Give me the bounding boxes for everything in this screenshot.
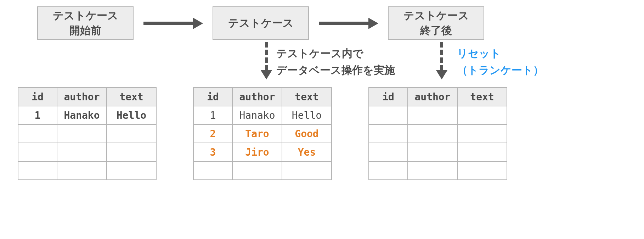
stage-after: テストケース 終了後: [388, 6, 484, 40]
cell-text: [107, 143, 156, 161]
cell-text: Hello: [282, 106, 332, 124]
col-text: text: [107, 88, 156, 106]
table-row: [18, 143, 156, 161]
cell-author: [57, 161, 107, 180]
cell-text: Yes: [282, 143, 332, 161]
annotation-middle-line1: テストケース内で: [276, 45, 395, 62]
table-row: [369, 161, 507, 180]
col-author: author: [232, 88, 282, 106]
cell-author: [408, 106, 457, 124]
annotation-middle-line2: データベース操作を実施: [276, 62, 395, 79]
cell-text: [457, 106, 507, 124]
table-during: id author text 1HanakoHello2TaroGood3Jir…: [193, 87, 332, 180]
table-row: 1HanakoHello: [18, 106, 156, 124]
table-row: [369, 143, 507, 161]
cell-id: 1: [18, 106, 57, 124]
table-after: id author text: [368, 87, 507, 180]
cell-id: [369, 106, 408, 124]
annotation-right-line1: リセット: [457, 45, 544, 62]
col-id: id: [369, 88, 408, 106]
stage-after-line2: 終了後: [420, 23, 452, 38]
cell-text: [107, 124, 156, 143]
col-text: text: [457, 88, 507, 106]
cell-text: Good: [282, 124, 332, 143]
table-row: 2TaroGood: [193, 124, 332, 143]
table-row: 1HanakoHello: [193, 106, 332, 124]
cell-id: [369, 143, 408, 161]
cell-id: 2: [193, 124, 232, 143]
table-row: [193, 161, 332, 180]
cell-author: Hanako: [57, 106, 107, 124]
table-header-row: id author text: [18, 88, 156, 106]
stage-after-line1: テストケース: [403, 8, 469, 23]
cell-text: [107, 161, 156, 180]
annotation-right-line2: （トランケート）: [457, 62, 544, 79]
table-row: [18, 124, 156, 143]
col-author: author: [57, 88, 107, 106]
cell-author: [57, 124, 107, 143]
cell-text: Hello: [107, 106, 156, 124]
cell-text: [282, 161, 332, 180]
cell-author: Taro: [232, 124, 282, 143]
cell-author: [232, 161, 282, 180]
cell-author: [57, 143, 107, 161]
table-row: [369, 124, 507, 143]
table-row: [369, 106, 507, 124]
table-before: id author text 1HanakoHello: [18, 87, 157, 180]
stage-before-line2: 開始前: [69, 23, 101, 38]
table-header-row: id author text: [369, 88, 507, 106]
cell-id: [369, 161, 408, 180]
arrow-before-to-during: [143, 18, 203, 29]
cell-author: [408, 143, 457, 161]
col-id: id: [193, 88, 232, 106]
arrow-after-down: [436, 42, 447, 79]
cell-text: [457, 124, 507, 143]
table-header-row: id author text: [193, 88, 332, 106]
table-row: [18, 161, 156, 180]
cell-text: [457, 143, 507, 161]
cell-id: [18, 124, 57, 143]
col-author: author: [408, 88, 457, 106]
cell-id: [18, 161, 57, 180]
stage-before-line1: テストケース: [53, 8, 118, 23]
cell-author: [408, 161, 457, 180]
stage-before: テストケース 開始前: [37, 6, 134, 40]
cell-id: [193, 161, 232, 180]
cell-id: [18, 143, 57, 161]
cell-id: 3: [193, 143, 232, 161]
cell-author: Jiro: [232, 143, 282, 161]
annotation-right: リセット （トランケート）: [457, 45, 544, 78]
annotation-middle: テストケース内で データベース操作を実施: [276, 45, 395, 78]
table-row: 3JiroYes: [193, 143, 332, 161]
col-id: id: [18, 88, 57, 106]
cell-id: [369, 124, 408, 143]
arrow-during-down: [261, 42, 272, 79]
cell-author: [408, 124, 457, 143]
stage-during-line1: テストケース: [228, 16, 294, 30]
stage-during: テストケース: [213, 6, 309, 40]
cell-text: [457, 161, 507, 180]
cell-id: 1: [193, 106, 232, 124]
arrow-during-to-after: [319, 18, 378, 29]
col-text: text: [282, 88, 332, 106]
cell-author: Hanako: [232, 106, 282, 124]
